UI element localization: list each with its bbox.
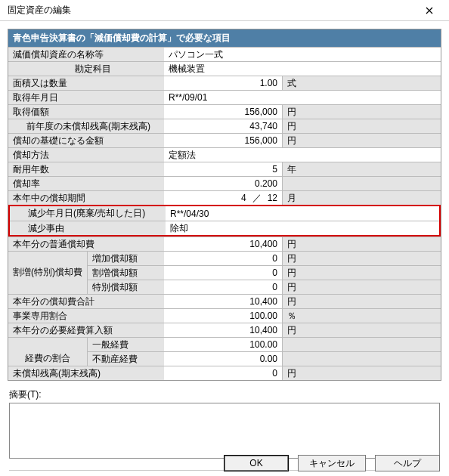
row-area-qty: 面積又は数量 1.00 式 bbox=[8, 76, 441, 90]
period-denominator: 12 bbox=[268, 193, 277, 203]
filler bbox=[302, 323, 441, 337]
button-bar: OK キャンセル ヘルプ bbox=[224, 455, 440, 471]
account-label: 勘定科目 bbox=[8, 62, 164, 76]
filler bbox=[302, 134, 441, 147]
titlebar: 固定資産の編集 bbox=[0, 0, 449, 21]
rate-label: 償却率 bbox=[8, 177, 164, 190]
asset-name-label: 減価償却資産の名称等 bbox=[8, 48, 164, 61]
expense-value[interactable]: 10,400 bbox=[164, 323, 282, 337]
life-value[interactable]: 5 bbox=[164, 162, 282, 176]
decrease-reason-label: 減少事由 bbox=[10, 221, 166, 235]
special-group-label-c bbox=[8, 280, 87, 294]
extra-value[interactable]: 0 bbox=[164, 265, 282, 280]
filler bbox=[302, 338, 441, 351]
total-dep-value[interactable]: 10,400 bbox=[164, 295, 282, 308]
filler bbox=[302, 237, 441, 251]
acq-date-value[interactable]: R**/09/01 bbox=[164, 91, 441, 104]
ordinary-dep-label: 本年分の普通償却費 bbox=[8, 237, 164, 251]
filler bbox=[302, 351, 441, 366]
filler bbox=[282, 351, 302, 366]
row-life: 耐用年数 5 年 bbox=[8, 162, 441, 176]
method-value[interactable]: 定額法 bbox=[164, 148, 441, 162]
filler bbox=[302, 309, 441, 323]
row-decrease-date: 減少年月日(廃棄/売却した日) R**/04/30 bbox=[10, 206, 439, 221]
close-button[interactable] bbox=[414, 2, 444, 20]
row-rate: 償却率 0.200 bbox=[8, 176, 441, 190]
form-panel: 青色申告決算書の「減価償却費の計算」で必要な項目 減価償却資産の名称等 パソコン… bbox=[8, 29, 441, 381]
area-qty-unit: 式 bbox=[282, 76, 302, 90]
row-expense: 本年分の必要経費算入額 10,400 円 bbox=[8, 323, 441, 337]
row-biz-ratio: 事業専用割合 100.00 ％ bbox=[8, 308, 441, 323]
ordinary-dep-value[interactable]: 10,400 bbox=[164, 237, 282, 251]
realestate-exp-label: 不動産経費 bbox=[87, 351, 164, 366]
expense-unit: 円 bbox=[282, 323, 302, 337]
period-numerator: 4 bbox=[241, 193, 246, 203]
filler bbox=[302, 265, 441, 280]
acq-date-label: 取得年月日 bbox=[8, 91, 164, 104]
summary-label: 摘要(T): bbox=[9, 388, 440, 401]
period-unit: 月 bbox=[282, 191, 302, 205]
row-general-exp: 一般経費 100.00 bbox=[8, 337, 441, 351]
decrease-date-value[interactable]: R**/04/30 bbox=[166, 206, 439, 221]
exp-ratio-label: 経費の割合 bbox=[8, 351, 87, 366]
special-unit: 円 bbox=[282, 280, 302, 294]
row-ordinary-dep: 本年分の普通償却費 10,400 円 bbox=[8, 236, 441, 251]
increase-value[interactable]: 0 bbox=[164, 252, 282, 265]
expense-label: 本年分の必要経費算入額 bbox=[8, 323, 164, 337]
biz-ratio-value[interactable]: 100.00 bbox=[164, 309, 282, 323]
help-button[interactable]: ヘルプ bbox=[375, 455, 440, 471]
special-value[interactable]: 0 bbox=[164, 280, 282, 294]
rate-value[interactable]: 0.200 bbox=[164, 177, 282, 190]
row-acq-price: 取得価額 156,000 円 bbox=[8, 104, 441, 119]
row-acq-date: 取得年月日 R**/09/01 bbox=[8, 90, 441, 104]
row-decrease-reason: 減少事由 除却 bbox=[10, 221, 439, 235]
account-value[interactable]: 機械装置 bbox=[164, 62, 441, 76]
decrease-highlight-box: 減少年月日(廃棄/売却した日) R**/04/30 減少事由 除却 bbox=[8, 205, 441, 236]
area-qty-label: 面積又は数量 bbox=[8, 76, 164, 90]
period-label: 本年中の償却期間 bbox=[8, 191, 164, 205]
method-label: 償却方法 bbox=[8, 148, 164, 162]
remaining-unit: 円 bbox=[282, 366, 302, 380]
filler bbox=[302, 191, 441, 205]
area-qty-value[interactable]: 1.00 bbox=[164, 76, 282, 90]
extra-label: 割増償却額 bbox=[87, 265, 164, 280]
increase-unit: 円 bbox=[282, 252, 302, 265]
special-group-label: 割増(特別)償却費 bbox=[8, 265, 87, 280]
ok-button[interactable]: OK bbox=[224, 455, 289, 471]
ordinary-dep-unit: 円 bbox=[282, 237, 302, 251]
summary-textarea[interactable] bbox=[9, 403, 440, 459]
filler bbox=[302, 252, 441, 265]
row-account: 勘定科目 機械装置 bbox=[8, 61, 441, 76]
general-exp-label: 一般経費 bbox=[87, 338, 164, 351]
row-increase-dep: 増加償却額 0 円 bbox=[8, 251, 441, 265]
row-prev-balance: 前年度の未償却残高(期末残高) 43,740 円 bbox=[8, 119, 441, 133]
decrease-reason-value[interactable]: 除却 bbox=[166, 221, 439, 235]
asset-name-value[interactable]: パソコン一式 bbox=[164, 48, 441, 61]
filler bbox=[282, 177, 302, 190]
filler bbox=[282, 338, 302, 351]
acq-price-value[interactable]: 156,000 bbox=[164, 105, 282, 119]
life-label: 耐用年数 bbox=[8, 162, 164, 176]
window-title: 固定資産の編集 bbox=[8, 4, 71, 17]
row-realestate-exp: 経費の割合 不動産経費 0.00 bbox=[8, 351, 441, 366]
life-unit: 年 bbox=[282, 162, 302, 176]
filler bbox=[302, 177, 441, 190]
biz-ratio-label: 事業専用割合 bbox=[8, 309, 164, 323]
prev-balance-value[interactable]: 43,740 bbox=[164, 119, 282, 133]
remaining-value[interactable]: 0 bbox=[164, 366, 282, 380]
cancel-button[interactable]: キャンセル bbox=[298, 455, 366, 471]
total-dep-unit: 円 bbox=[282, 295, 302, 308]
base-amount-value[interactable]: 156,000 bbox=[164, 134, 282, 147]
period-fraction[interactable]: 4 ／ 12 bbox=[164, 191, 282, 205]
base-amount-label: 償却の基礎になる金額 bbox=[8, 134, 164, 147]
special-group-label-a bbox=[8, 252, 87, 265]
acq-price-unit: 円 bbox=[282, 105, 302, 119]
extra-unit: 円 bbox=[282, 265, 302, 280]
general-exp-value[interactable]: 100.00 bbox=[164, 338, 282, 351]
filler bbox=[302, 280, 441, 294]
exp-ratio-label-a bbox=[8, 338, 87, 351]
remaining-label: 未償却残高(期末残高) bbox=[8, 366, 164, 380]
filler bbox=[302, 162, 441, 176]
row-method: 償却方法 定額法 bbox=[8, 147, 441, 162]
realestate-exp-value[interactable]: 0.00 bbox=[164, 351, 282, 366]
